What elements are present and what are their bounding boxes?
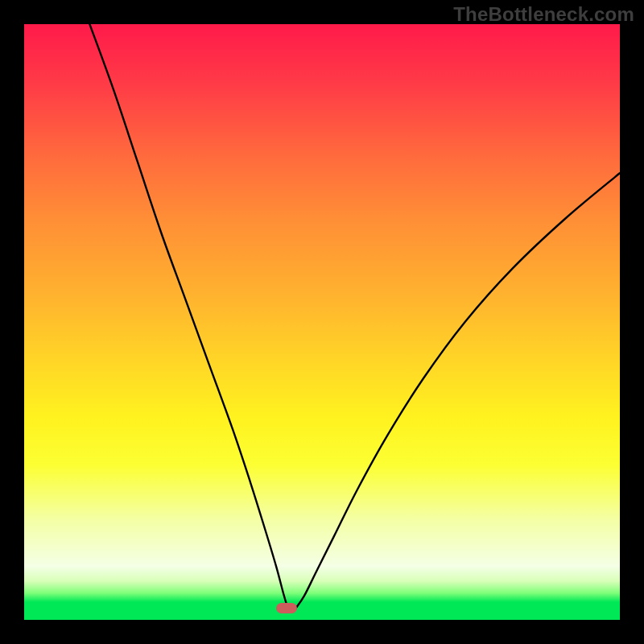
watermark-text: TheBottleneck.com <box>453 3 634 26</box>
curve-left-branch <box>89 24 287 609</box>
optimum-marker <box>276 603 297 613</box>
plot-area <box>24 24 620 620</box>
bottleneck-curve <box>24 24 620 620</box>
curve-right-branch <box>295 173 620 609</box>
chart-frame: TheBottleneck.com <box>0 0 644 644</box>
